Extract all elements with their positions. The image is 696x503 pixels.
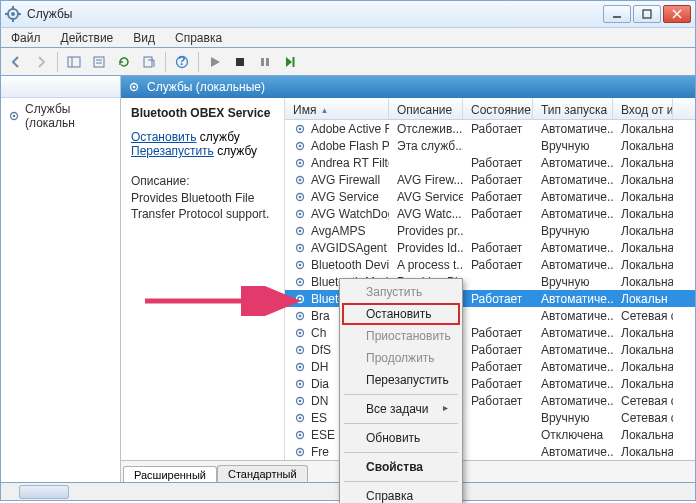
cell-name: AVG WatchDog	[285, 207, 389, 221]
minimize-button[interactable]	[603, 5, 631, 23]
ctx-refresh[interactable]: Обновить	[342, 427, 460, 449]
restart-service-link[interactable]: Перезапустить	[131, 144, 214, 158]
ctx-stop[interactable]: Остановить	[342, 303, 460, 325]
cell-name: Bluetooth Device ...	[285, 258, 389, 272]
ctx-start: Запустить	[342, 281, 460, 303]
cell-startup: Автоматиче...	[533, 326, 613, 340]
gear-icon	[293, 394, 307, 408]
gear-icon	[7, 109, 21, 123]
cell-logon: Локальна	[613, 207, 673, 221]
service-row[interactable]: Bluetooth Device ...A process t...Работа…	[285, 256, 695, 273]
svg-point-49	[299, 314, 302, 317]
description-text: Provides Bluetooth File Transfer Protoco…	[131, 190, 274, 222]
ctx-all-tasks[interactable]: Все задачи	[342, 398, 460, 420]
cell-name: AVGIDSAgent	[285, 241, 389, 255]
cell-desc: A process t...	[389, 258, 463, 272]
properties-button[interactable]	[88, 51, 110, 73]
menu-view[interactable]: Вид	[123, 28, 165, 47]
svg-point-39	[299, 229, 302, 232]
cell-startup: Автоматиче...	[533, 343, 613, 357]
service-row[interactable]: AvgAMPSProvides pr...ВручнуюЛокальна	[285, 222, 695, 239]
cell-status: Работает	[463, 258, 533, 272]
svg-point-27	[299, 127, 302, 130]
ctx-restart[interactable]: Перезапустить	[342, 369, 460, 391]
cell-startup: Автоматиче...	[533, 377, 613, 391]
tab-extended[interactable]: Расширенный	[123, 466, 217, 482]
cell-name: Adobe Flash Playe...	[285, 139, 389, 153]
svg-point-47	[299, 297, 302, 300]
forward-button[interactable]	[30, 51, 52, 73]
cell-logon: Локальна	[613, 173, 673, 187]
restart-service-button[interactable]	[279, 51, 301, 73]
svg-point-35	[299, 195, 302, 198]
cell-logon: Локальна	[613, 377, 673, 391]
col-desc[interactable]: Описание	[389, 98, 463, 119]
col-name[interactable]: Имя ▲	[285, 98, 389, 119]
gear-icon	[127, 80, 141, 94]
cell-name: AVG Service	[285, 190, 389, 204]
service-row[interactable]: AVG ServiceAVG ServiceРаботаетАвтоматиче…	[285, 188, 695, 205]
cell-logon: Локальна	[613, 360, 673, 374]
cell-desc: AVG Watc...	[389, 207, 463, 221]
refresh-button[interactable]	[113, 51, 135, 73]
show-hide-button[interactable]	[63, 51, 85, 73]
restart-service-line: Перезапустить службу	[131, 144, 274, 158]
cell-name: Andrea RT Filters ...	[285, 156, 389, 170]
help-button[interactable]: ?	[171, 51, 193, 73]
close-button[interactable]	[663, 5, 691, 23]
services-icon	[5, 6, 21, 22]
menu-file[interactable]: Файл	[1, 28, 51, 47]
gear-icon	[293, 326, 307, 340]
svg-point-51	[299, 331, 302, 334]
maximize-button[interactable]	[633, 5, 661, 23]
svg-point-53	[299, 348, 302, 351]
ctx-resume: Продолжить	[342, 347, 460, 369]
svg-rect-15	[144, 57, 152, 67]
gear-icon	[293, 445, 307, 459]
cell-desc: Отслежив...	[389, 122, 463, 136]
export-button[interactable]	[138, 51, 160, 73]
stop-service-button[interactable]	[229, 51, 251, 73]
col-status[interactable]: Состояние	[463, 98, 533, 119]
svg-point-25	[133, 86, 136, 89]
service-row[interactable]: AVG WatchDogAVG Watc...РаботаетАвтоматич…	[285, 205, 695, 222]
cell-logon: Сетевая с	[613, 411, 673, 425]
tree-root[interactable]: Службы (локальн	[1, 98, 120, 134]
ctx-separator	[344, 452, 458, 453]
pause-service-button[interactable]	[254, 51, 276, 73]
service-row[interactable]: Adobe Active File ...Отслежив...Работает…	[285, 120, 695, 137]
svg-text:?: ?	[178, 55, 185, 68]
cell-name: Adobe Active File ...	[285, 122, 389, 136]
cell-status: Работает	[463, 326, 533, 340]
center-header-label: Службы (локальные)	[147, 80, 265, 94]
gear-icon	[293, 139, 307, 153]
gear-icon	[293, 292, 307, 306]
stop-service-link[interactable]: Остановить	[131, 130, 197, 144]
menu-help[interactable]: Справка	[165, 28, 232, 47]
cell-logon: Локальн	[613, 292, 673, 306]
menu-action[interactable]: Действие	[51, 28, 124, 47]
cell-logon: Локальна	[613, 275, 673, 289]
start-service-button[interactable]	[204, 51, 226, 73]
svg-point-43	[299, 263, 302, 266]
sort-asc-icon: ▲	[320, 106, 328, 115]
gear-icon	[293, 428, 307, 442]
svg-point-37	[299, 212, 302, 215]
cell-status: Работает	[463, 360, 533, 374]
context-menu: Запустить Остановить Приостановить Продо…	[339, 278, 463, 503]
svg-point-33	[299, 178, 302, 181]
cell-desc: Эта служб...	[389, 139, 463, 153]
service-row[interactable]: AVG FirewallAVG Firew...РаботаетАвтомати…	[285, 171, 695, 188]
service-row[interactable]: Andrea RT Filters ...РаботаетАвтоматиче.…	[285, 154, 695, 171]
back-button[interactable]	[5, 51, 27, 73]
col-startup[interactable]: Тип запуска	[533, 98, 613, 119]
ctx-help[interactable]: Справка	[342, 485, 460, 503]
tab-standard[interactable]: Стандартный	[217, 465, 308, 482]
ctx-properties[interactable]: Свойства	[342, 456, 460, 478]
service-row[interactable]: Adobe Flash Playe...Эта служб...ВручнуюЛ…	[285, 137, 695, 154]
gear-icon	[293, 122, 307, 136]
scroll-thumb[interactable]	[19, 485, 69, 499]
cell-logon: Локальна	[613, 139, 673, 153]
service-row[interactable]: AVGIDSAgentProvides Id...РаботаетАвтомат…	[285, 239, 695, 256]
col-logon[interactable]: Вход от и	[613, 98, 673, 119]
